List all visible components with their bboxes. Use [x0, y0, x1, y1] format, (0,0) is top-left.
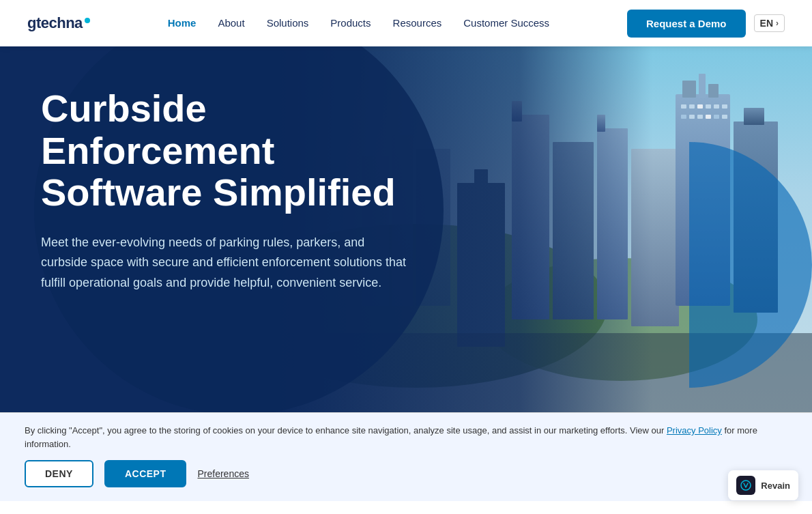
cookie-text: By clicking "Accept", you agree to the s… — [25, 424, 787, 451]
hero-section: Curbside Enforcement Software Simplified… — [0, 46, 812, 412]
svg-point-34 — [741, 481, 751, 490]
hero-title-line1: Curbside — [41, 87, 207, 130]
nav-item-home[interactable]: Home — [168, 17, 197, 29]
revain-icon — [736, 476, 755, 495]
accept-button[interactable]: ACCEPT — [104, 460, 187, 487]
hero-subtitle: Meet the ever-evolving needs of parking … — [41, 233, 409, 294]
hero-content: Curbside Enforcement Software Simplified… — [41, 87, 409, 294]
nav-item-solutions[interactable]: Solutions — [267, 17, 309, 29]
nav-item-products[interactable]: Products — [330, 17, 371, 29]
nav-link-resources[interactable]: Resources — [393, 17, 442, 29]
nav-link-home[interactable]: Home — [168, 17, 197, 29]
logo-dot — [85, 18, 90, 23]
nav-item-customer-success[interactable]: Customer Success — [463, 17, 549, 29]
nav-item-about[interactable]: About — [218, 17, 244, 29]
preferences-button[interactable]: Preferences — [197, 468, 248, 479]
cookie-message: By clicking "Accept", you agree to the s… — [25, 425, 667, 436]
nav-link-products[interactable]: Products — [330, 17, 371, 29]
language-switcher[interactable]: EN › — [754, 14, 785, 32]
chevron-right-icon: › — [776, 18, 779, 28]
navbar-right: Request a Demo EN › — [627, 10, 785, 38]
revain-widget[interactable]: Revain — [728, 470, 798, 500]
cookie-actions: DENY ACCEPT Preferences — [25, 460, 787, 487]
nav-item-resources[interactable]: Resources — [393, 17, 442, 29]
nav-links: Home About Solutions Products Resources … — [168, 17, 549, 29]
navbar: gtechna Home About Solutions Products Re… — [0, 0, 812, 46]
request-demo-button[interactable]: Request a Demo — [627, 10, 746, 38]
nav-link-solutions[interactable]: Solutions — [267, 17, 309, 29]
cookie-banner: By clicking "Accept", you agree to the s… — [0, 412, 812, 501]
deny-button[interactable]: DENY — [25, 460, 93, 487]
hero-title-line2: Enforcement — [41, 129, 274, 172]
privacy-policy-link[interactable]: Privacy Policy — [667, 425, 722, 436]
nav-link-about[interactable]: About — [218, 17, 244, 29]
hero-title: Curbside Enforcement Software Simplified — [41, 87, 409, 214]
nav-link-customer-success[interactable]: Customer Success — [463, 17, 549, 29]
hero-title-line3: Software Simplified — [41, 171, 396, 214]
logo-text: gtechna — [27, 14, 83, 32]
lang-label: EN — [760, 18, 773, 29]
revain-label: Revain — [761, 481, 790, 491]
logo[interactable]: gtechna — [27, 14, 90, 32]
